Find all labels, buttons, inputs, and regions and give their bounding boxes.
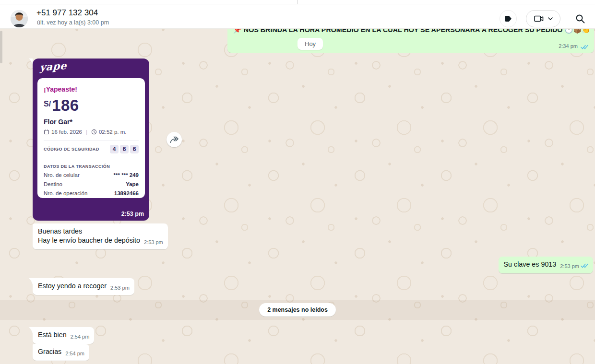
whatsapp-chat-window: 📌 NOS BRINDA LA HORA PROMEDIO EN LA CUAL… [0,0,595,364]
message-text: Está bien [38,331,67,339]
message-bubble-incoming[interactable]: Buenas tardes Hay le envío baucher de de… [33,223,168,249]
search-button[interactable] [572,11,588,27]
receipt-time: 02:52 p. m. [99,129,127,135]
window-divider [298,0,298,4]
read-ticks-icon [581,262,588,271]
message-bubble-yape-receipt[interactable]: yape ¡Yapeaste! S/186 Flor Gar* 16 feb. … [33,59,149,221]
forward-icon [169,135,179,144]
label-icon [503,14,513,23]
message-time: 2:54 pm [71,332,90,341]
yape-datetime: 16 feb. 2026 | 02:52 p. m. [44,129,139,135]
code-digit: 6 [130,145,139,153]
contact-name[interactable]: +51 977 132 304 [36,8,98,18]
code-digit: 4 [110,145,119,153]
message-bubble-outgoing[interactable]: Su clave es 90132:53 pm [499,257,593,273]
code-digit: 6 [120,145,129,153]
message-text: Buenas tardes Hay le envío baucher de de… [38,227,140,244]
transaction-row: Destino Yape [44,181,139,187]
bubble-tail [29,278,33,284]
message-bubble-incoming[interactable]: Gracias2:54 pm [33,344,89,361]
security-code-row: CÓDIGO DE SEGURIDAD 4 6 6 [44,145,139,153]
message-time: 2:53 pm [121,211,144,217]
yape-receipt-card: ¡Yapeaste! S/186 Flor Gar* 16 feb. 2026 … [37,78,145,198]
yape-recipient: Flor Gar* [44,118,139,126]
clock-icon [91,129,97,135]
transaction-row: Nro. de operación 13892466 [44,190,139,196]
message-time: 2:53 pm [110,283,130,293]
read-ticks-icon [581,45,588,51]
yape-amount: S/186 [44,96,139,115]
message-bubble-incoming[interactable]: Está bien2:54 pm [33,327,94,344]
label-button[interactable] [500,10,517,27]
receipt-date: 16 feb. 2026 [51,129,82,135]
video-call-button[interactable] [526,10,560,27]
chevron-down-icon [548,17,553,20]
bubble-tail [29,327,33,333]
scrollbar[interactable] [0,31,2,63]
contact-avatar[interactable] [11,10,28,27]
currency-symbol: S/ [44,100,51,108]
message-time: 2:53 pm [560,262,579,271]
message-text: Su clave es 9013 [504,260,557,268]
calendar-icon [44,129,49,135]
yape-greeting: ¡Yapeaste! [44,85,139,93]
transaction-details-label: DATOS DE LA TRANSACCIÓN [44,164,139,169]
search-icon [575,13,585,24]
window-divider [298,4,595,4]
message-time: 2:54 pm [65,349,84,358]
bubble-tail [29,59,33,65]
last-seen-status: últ. vez hoy a la(s) 3:00 pm [37,19,109,26]
message-time: 2:34 pm [559,43,578,49]
security-code-digits: 4 6 6 [110,145,139,153]
unread-messages-pill: 2 mensajes no leídos [259,303,336,317]
security-code-label: CÓDIGO DE SEGURIDAD [44,147,99,152]
yape-logo: yape [39,59,67,73]
window-divider [0,4,298,4]
chat-header: +51 977 132 304 últ. vez hoy a la(s) 3:0… [0,0,595,29]
message-text: Estoy yendo a recoger [38,282,107,290]
video-call-icon [534,14,544,23]
unread-messages-divider: 2 mensajes no leídos [0,300,595,320]
date-pill: Hoy [298,38,323,50]
transaction-row: Nro. de celular *** *** 249 [44,172,139,178]
forward-message-button[interactable] [167,132,182,147]
message-bubble-incoming[interactable]: Estoy yendo a recoger2:53 pm [33,278,134,295]
message-time: 2:53 pm [144,238,163,247]
message-text: Gracias [38,348,61,355]
message-meta: 2:34 pm [559,43,588,49]
amount-value: 186 [52,96,79,114]
